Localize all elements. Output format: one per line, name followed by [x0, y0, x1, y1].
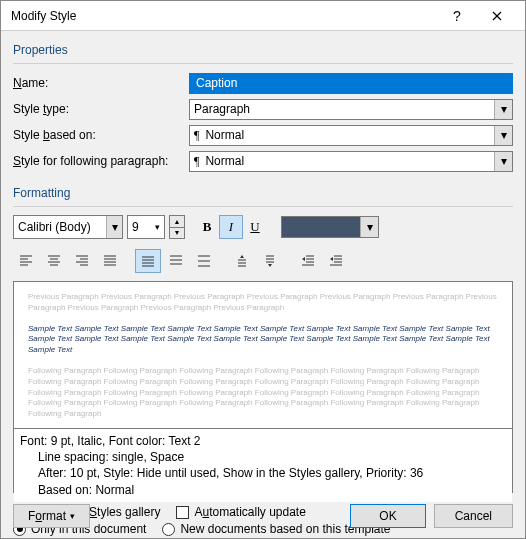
preview-following: Following Paragraph Following Paragraph … — [28, 366, 498, 420]
format-button[interactable]: Format▾ — [13, 504, 90, 528]
spacing-single-button[interactable] — [135, 249, 161, 273]
titlebar: Modify Style ? — [1, 1, 525, 31]
underline-button[interactable]: U — [243, 215, 267, 239]
align-right-button[interactable] — [69, 249, 95, 273]
name-input[interactable]: Caption — [189, 73, 513, 94]
spacing-double-button[interactable] — [191, 249, 217, 273]
color-swatch-icon — [282, 217, 360, 237]
chevron-down-icon: ▾ — [494, 152, 512, 171]
font-size-spinner[interactable]: ▲ ▼ — [169, 215, 185, 239]
font-size-select[interactable]: 9▾ — [127, 215, 165, 239]
align-left-button[interactable] — [13, 249, 39, 273]
indent-increase-button[interactable] — [323, 249, 349, 273]
divider — [13, 63, 513, 64]
chevron-down-icon: ▾ — [494, 126, 512, 145]
modify-style-dialog: Modify Style ? Properties Name: Caption … — [0, 0, 526, 539]
align-center-button[interactable] — [41, 249, 67, 273]
chevron-down-icon: ▾ — [106, 216, 122, 238]
space-before-inc-button[interactable] — [229, 249, 255, 273]
dialog-title: Modify Style — [11, 9, 437, 23]
space-before-dec-button[interactable] — [257, 249, 283, 273]
preview-sample: Sample Text Sample Text Sample Text Samp… — [28, 324, 498, 356]
preview-pane: Previous Paragraph Previous Paragraph Pr… — [13, 281, 513, 429]
basedon-label: Style based on: — [13, 128, 189, 142]
preview-previous: Previous Paragraph Previous Paragraph Pr… — [28, 292, 498, 314]
spin-up-icon[interactable]: ▲ — [170, 216, 184, 228]
bold-button[interactable]: B — [195, 215, 219, 239]
style-description: Font: 9 pt, Italic, Font color: Text 2 L… — [14, 429, 512, 502]
paragraph-toolbar — [13, 249, 513, 273]
font-name-select[interactable]: Calibri (Body) ▾ — [13, 215, 123, 239]
based-on-select[interactable]: ¶Normal ▾ — [189, 125, 513, 146]
cancel-button[interactable]: Cancel — [434, 504, 513, 528]
name-label: Name: — [13, 76, 189, 90]
chevron-down-icon: ▾ — [494, 100, 512, 119]
close-button[interactable] — [477, 2, 517, 30]
following-label: Style for following paragraph: — [13, 154, 189, 168]
following-select[interactable]: ¶Normal ▾ — [189, 151, 513, 172]
spacing-15-button[interactable] — [163, 249, 189, 273]
indent-decrease-button[interactable] — [295, 249, 321, 273]
styletype-label: Style type: — [13, 102, 189, 116]
font-color-select[interactable]: ▾ — [281, 216, 379, 238]
spin-down-icon[interactable]: ▼ — [170, 228, 184, 239]
chevron-down-icon: ▾ — [360, 217, 378, 237]
ok-button[interactable]: OK — [350, 504, 425, 528]
help-button[interactable]: ? — [437, 2, 477, 30]
properties-heading: Properties — [13, 43, 513, 57]
align-justify-button[interactable] — [97, 249, 123, 273]
formatting-heading: Formatting — [13, 186, 513, 200]
style-type-select[interactable]: Paragraph ▾ — [189, 99, 513, 120]
italic-button[interactable]: I — [219, 215, 243, 239]
divider — [13, 206, 513, 207]
